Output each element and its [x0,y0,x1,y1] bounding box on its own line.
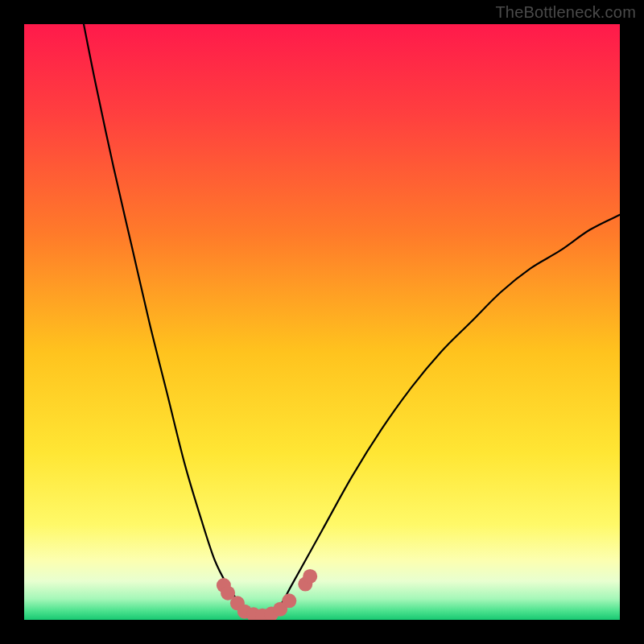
curve-layer [24,24,620,620]
data-markers [217,569,317,620]
bottleneck-curve [84,24,620,617]
data-marker [282,593,296,608]
attribution-label: TheBottleneck.com [495,3,636,22]
chart-frame: TheBottleneck.com [0,0,644,644]
data-marker [303,569,317,584]
plot-area [24,24,620,620]
